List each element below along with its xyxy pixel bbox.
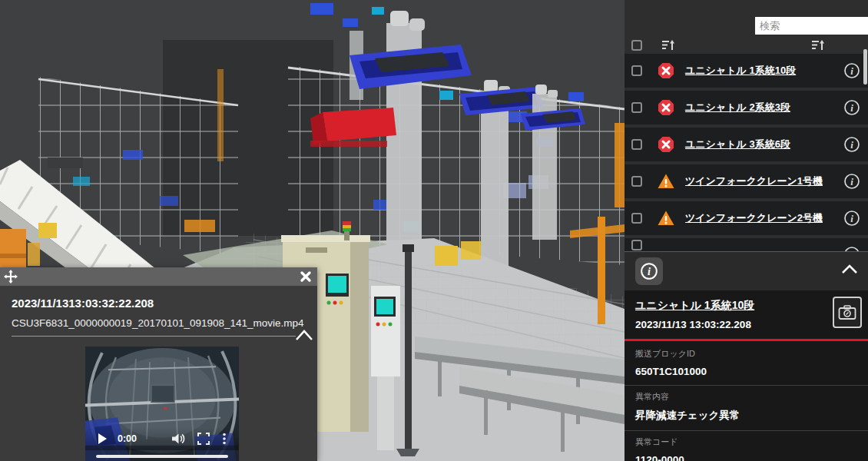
row-checkbox[interactable] [631,139,642,150]
error-icon [657,98,675,117]
video-popup-panel: 2023/11/1313:03:32:22.208 CSU3F6831_0000… [0,267,317,461]
cabinet-screen [328,276,346,293]
alarm-detail-panel: i ユニシャトル 1系統10段 2023/11/13 13:03:22.208 [624,251,868,461]
alarm-row[interactable]: ユニシャトル 1系統10段 i [624,54,868,88]
alarm-row[interactable]: ユニシャトル 2系統3段 i [624,91,868,124]
row-checkbox[interactable] [631,213,642,224]
field-label: 搬送ブロックID [635,343,868,360]
alarm-link[interactable]: ユニシャトル 3系統6段 [685,138,790,151]
info-icon[interactable]: i [843,62,860,79]
lift-tower-3 [532,85,558,240]
alarm-row[interactable]: ツインフォーククレーン1号機 i [624,164,868,198]
alarm-link[interactable]: ツインフォーククレーン1号機 [685,174,823,188]
kiosk-screen [376,299,393,314]
svg-text:i: i [648,265,651,277]
detail-panel-header: i [624,252,868,290]
volume-icon[interactable] [171,433,185,445]
warehouse-monitoring-app: ユニシャトル 1系統10段 i ユニシャトル 2系統3段 i [0,0,868,461]
sort-icon[interactable] [812,40,825,51]
field-value: 650T1C101000 [635,360,868,385]
svg-text:i: i [850,102,853,114]
info-icon: i [640,262,658,280]
video-player[interactable]: 0:00 [85,347,239,461]
alarm-link[interactable]: ツインフォーククレーン2号機 [685,211,823,225]
kebab-menu-icon[interactable] [222,433,227,445]
video-progress-bar[interactable] [96,455,228,458]
sort-icon[interactable] [662,40,675,51]
svg-text:i: i [850,139,853,151]
info-mode-button[interactable]: i [635,257,663,285]
detail-panel-body: ユニシャトル 1系統10段 2023/11/13 13:03:22.208 搬送… [624,290,868,461]
svg-text:i: i [850,176,853,187]
collapse-chevron-icon[interactable] [840,263,859,275]
field-value: 昇降減速チェック異常 [635,403,868,430]
alarm-link[interactable]: ユニシャトル 1系統10段 [685,64,796,78]
video-panel-titlebar[interactable] [0,267,317,286]
error-icon [657,61,675,80]
row-checkbox[interactable] [631,102,642,113]
info-icon[interactable]: i [843,136,860,153]
alarm-list-header [624,37,868,54]
alarm-accent-rule [624,339,868,341]
fullscreen-icon[interactable] [197,433,210,445]
video-controls: 0:00 [85,427,239,450]
info-icon[interactable]: i [843,173,860,190]
red-alarm-carriage [310,108,396,147]
video-timestamp: 2023/11/1313:03:32:22.208 [0,286,317,310]
field-value: 1120-0000 [635,448,868,461]
move-icon[interactable] [4,270,18,284]
search-box [755,17,868,35]
detail-fields: 搬送ブロックID 650T1C101000 異常内容 昇降減速チェック異常 異常… [635,343,868,461]
row-checkbox[interactable] [631,176,642,187]
snapshot-camera-button[interactable] [833,297,862,328]
svg-text:i: i [850,213,853,224]
info-icon[interactable]: i [843,210,860,227]
alarm-row[interactable]: ユニシャトル 3系統6段 i [624,128,868,161]
video-filename: CSU3F6831_0000000019_20170101_091908_141… [0,310,317,329]
video-time: 0:00 [118,433,137,444]
alarm-row-partial[interactable] [624,238,868,251]
field-label: 異常コード [635,431,868,448]
close-icon[interactable] [300,270,312,283]
row-checkbox[interactable] [631,65,642,76]
alarm-link[interactable]: ユニシャトル 2系統3段 [685,101,790,114]
alarm-row[interactable]: ツインフォーククレーン2号機 i [624,201,868,235]
error-icon [657,135,675,154]
info-icon[interactable]: i [843,99,860,116]
camera-icon [838,305,856,320]
search-input[interactable] [760,20,868,32]
alarm-list: ユニシャトル 1系統10段 i ユニシャトル 2系統3段 i [624,54,868,251]
field-label: 異常内容 [635,386,868,403]
svg-text:i: i [850,65,853,77]
detail-title-link[interactable]: ユニシャトル 1系統10段 [635,299,754,313]
alarm-sidebar: ユニシャトル 1系統10段 i ユニシャトル 2系統3段 i [624,0,868,461]
warning-icon [657,172,675,191]
divider [12,336,296,337]
collapse-chevron-icon[interactable] [294,327,314,343]
select-all-checkbox[interactable] [631,40,642,51]
list-scrollbar[interactable] [863,49,867,85]
info-icon[interactable] [843,246,860,251]
row-checkbox[interactable] [631,240,642,250]
play-button-icon[interactable] [98,433,107,444]
warning-icon [657,209,675,227]
